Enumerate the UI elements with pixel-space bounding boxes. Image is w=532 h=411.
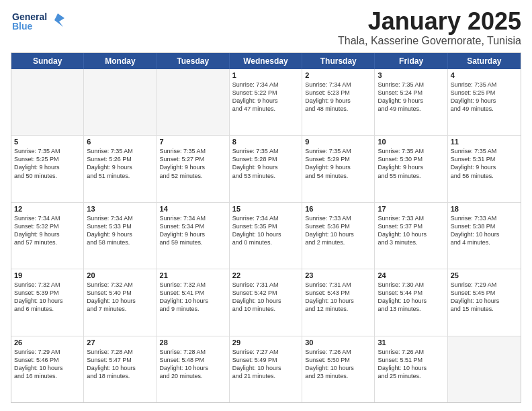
calendar-cell: 11Sunrise: 7:35 AM Sunset: 5:31 PM Dayli… [448,136,521,201]
day-number: 10 [378,138,444,146]
calendar-cell: 22Sunrise: 7:31 AM Sunset: 5:42 PM Dayli… [230,269,302,335]
day-info: Sunrise: 7:34 AM Sunset: 5:23 PM Dayligh… [305,81,371,113]
location-title: Thala, Kasserine Governorate, Tunisia [338,35,521,47]
day-info: Sunrise: 7:35 AM Sunset: 5:28 PM Dayligh… [232,147,299,180]
day-number: 30 [305,338,371,347]
calendar-cell: 15Sunrise: 7:34 AM Sunset: 5:35 PM Dayli… [230,203,302,269]
day-number: 6 [87,138,153,146]
day-number: 20 [87,271,153,279]
calendar-cell: 23Sunrise: 7:31 AM Sunset: 5:43 PM Dayli… [302,269,375,335]
calendar-cell [448,336,521,402]
calendar-cell: 18Sunrise: 7:33 AM Sunset: 5:38 PM Dayli… [448,203,521,269]
day-info: Sunrise: 7:28 AM Sunset: 5:48 PM Dayligh… [160,348,226,381]
svg-text:Blue: Blue [12,21,33,32]
day-info: Sunrise: 7:35 AM Sunset: 5:26 PM Dayligh… [87,147,153,180]
calendar-row: 26Sunrise: 7:29 AM Sunset: 5:46 PM Dayli… [11,336,521,402]
calendar-cell: 5Sunrise: 7:35 AM Sunset: 5:25 PM Daylig… [11,136,84,201]
day-number: 22 [232,271,299,279]
day-number: 25 [451,271,518,279]
day-info: Sunrise: 7:30 AM Sunset: 5:44 PM Dayligh… [378,281,444,314]
day-number: 2 [305,71,371,79]
day-number: 17 [378,205,444,213]
weekday-header: Sunday [11,53,84,69]
calendar-row: 12Sunrise: 7:34 AM Sunset: 5:32 PM Dayli… [11,203,521,269]
day-number: 27 [87,338,153,347]
calendar-cell: 10Sunrise: 7:35 AM Sunset: 5:30 PM Dayli… [375,136,447,201]
calendar-cell: 16Sunrise: 7:33 AM Sunset: 5:36 PM Dayli… [302,203,375,269]
calendar-cell: 7Sunrise: 7:35 AM Sunset: 5:27 PM Daylig… [157,136,230,201]
calendar-cell: 14Sunrise: 7:34 AM Sunset: 5:34 PM Dayli… [157,203,230,269]
calendar-cell: 12Sunrise: 7:34 AM Sunset: 5:32 PM Dayli… [11,203,84,269]
day-info: Sunrise: 7:34 AM Sunset: 5:32 PM Dayligh… [14,214,81,247]
weekday-header: Wednesday [230,53,302,69]
page: General Blue January 2025 Thala, Kasseri… [0,0,532,411]
day-info: Sunrise: 7:35 AM Sunset: 5:25 PM Dayligh… [14,147,81,180]
month-title: January 2025 [338,8,521,35]
day-number: 16 [305,205,371,213]
calendar-cell: 19Sunrise: 7:32 AM Sunset: 5:39 PM Dayli… [11,269,84,335]
calendar-header: SundayMondayTuesdayWednesdayThursdayFrid… [11,53,521,69]
calendar-body: 1Sunrise: 7:34 AM Sunset: 5:22 PM Daylig… [11,69,521,402]
day-info: Sunrise: 7:31 AM Sunset: 5:43 PM Dayligh… [305,281,371,314]
svg-marker-2 [54,13,64,27]
day-number: 12 [14,205,81,213]
calendar-cell: 13Sunrise: 7:34 AM Sunset: 5:33 PM Dayli… [84,203,157,269]
day-info: Sunrise: 7:35 AM Sunset: 5:27 PM Dayligh… [160,147,226,180]
calendar-cell: 21Sunrise: 7:32 AM Sunset: 5:41 PM Dayli… [157,269,230,335]
day-number: 15 [232,205,299,213]
day-number: 13 [87,205,153,213]
day-number: 14 [160,205,226,213]
calendar-cell: 8Sunrise: 7:35 AM Sunset: 5:28 PM Daylig… [230,136,302,201]
weekday-header: Friday [375,53,447,69]
day-info: Sunrise: 7:26 AM Sunset: 5:51 PM Dayligh… [378,348,444,381]
day-number: 4 [451,71,518,79]
day-info: Sunrise: 7:34 AM Sunset: 5:33 PM Dayligh… [87,214,153,247]
calendar-cell [157,69,230,135]
calendar: SundayMondayTuesdayWednesdayThursdayFrid… [11,52,521,403]
day-info: Sunrise: 7:34 AM Sunset: 5:34 PM Dayligh… [160,214,226,247]
calendar-cell: 17Sunrise: 7:33 AM Sunset: 5:37 PM Dayli… [375,203,447,269]
calendar-cell: 30Sunrise: 7:26 AM Sunset: 5:50 PM Dayli… [302,336,375,402]
weekday-header: Thursday [302,53,375,69]
calendar-cell: 27Sunrise: 7:28 AM Sunset: 5:47 PM Dayli… [84,336,157,402]
day-info: Sunrise: 7:33 AM Sunset: 5:38 PM Dayligh… [451,214,518,247]
calendar-cell: 6Sunrise: 7:35 AM Sunset: 5:26 PM Daylig… [84,136,157,201]
day-number: 23 [305,271,371,279]
day-info: Sunrise: 7:34 AM Sunset: 5:35 PM Dayligh… [232,214,299,247]
day-info: Sunrise: 7:35 AM Sunset: 5:24 PM Dayligh… [378,81,444,113]
day-number: 9 [305,138,371,146]
day-info: Sunrise: 7:35 AM Sunset: 5:29 PM Dayligh… [305,147,371,180]
day-number: 24 [378,271,444,279]
calendar-row: 5Sunrise: 7:35 AM Sunset: 5:25 PM Daylig… [11,136,521,202]
day-info: Sunrise: 7:33 AM Sunset: 5:37 PM Dayligh… [378,214,444,247]
calendar-cell: 4Sunrise: 7:35 AM Sunset: 5:25 PM Daylig… [448,69,521,135]
calendar-cell: 26Sunrise: 7:29 AM Sunset: 5:46 PM Dayli… [11,336,84,402]
day-info: Sunrise: 7:28 AM Sunset: 5:47 PM Dayligh… [87,348,153,381]
day-info: Sunrise: 7:35 AM Sunset: 5:31 PM Dayligh… [451,147,518,180]
weekday-header: Monday [84,53,157,69]
calendar-cell [11,69,84,135]
calendar-cell: 29Sunrise: 7:27 AM Sunset: 5:49 PM Dayli… [230,336,302,402]
title-block: January 2025 Thala, Kasserine Governorat… [338,8,521,47]
day-info: Sunrise: 7:32 AM Sunset: 5:39 PM Dayligh… [14,281,81,314]
calendar-cell: 24Sunrise: 7:30 AM Sunset: 5:44 PM Dayli… [375,269,447,335]
day-info: Sunrise: 7:33 AM Sunset: 5:36 PM Dayligh… [305,214,371,247]
day-number: 1 [232,71,299,79]
day-info: Sunrise: 7:32 AM Sunset: 5:41 PM Dayligh… [160,281,226,314]
day-number: 31 [378,338,444,347]
day-number: 18 [451,205,518,213]
logo: General Blue [11,8,71,35]
day-number: 29 [232,338,299,347]
calendar-cell [84,69,157,135]
logo-svg: General Blue [11,8,71,35]
calendar-cell: 28Sunrise: 7:28 AM Sunset: 5:48 PM Dayli… [157,336,230,402]
day-number: 26 [14,338,81,347]
day-info: Sunrise: 7:34 AM Sunset: 5:22 PM Dayligh… [232,81,299,113]
day-number: 28 [160,338,226,347]
day-info: Sunrise: 7:27 AM Sunset: 5:49 PM Dayligh… [232,348,299,381]
weekday-header: Tuesday [157,53,230,69]
calendar-cell: 20Sunrise: 7:32 AM Sunset: 5:40 PM Dayli… [84,269,157,335]
day-number: 3 [378,71,444,79]
calendar-cell: 2Sunrise: 7:34 AM Sunset: 5:23 PM Daylig… [302,69,375,135]
calendar-cell: 9Sunrise: 7:35 AM Sunset: 5:29 PM Daylig… [302,136,375,201]
